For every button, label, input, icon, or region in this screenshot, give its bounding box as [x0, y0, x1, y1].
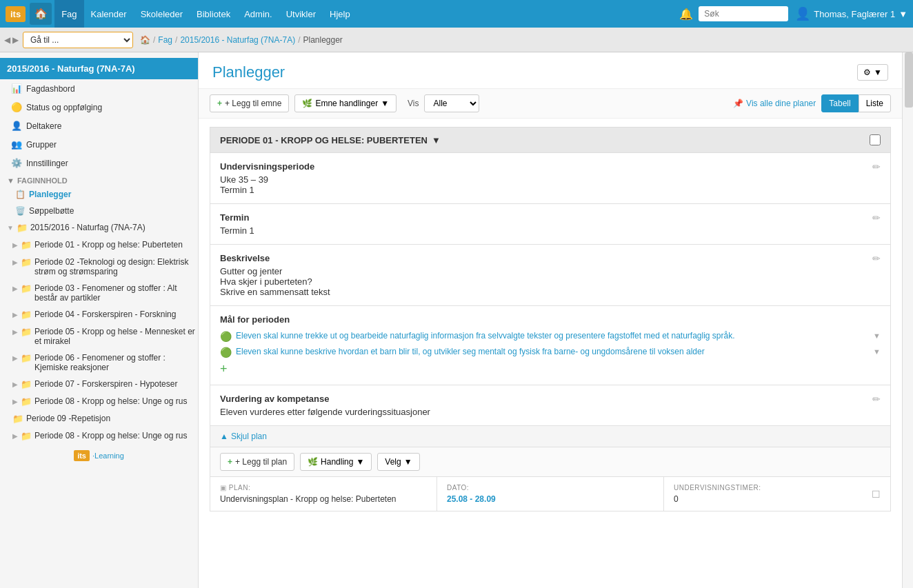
edit-vurdering-icon[interactable]: ✏ — [872, 394, 881, 405]
folder-arrow: ▶ — [12, 354, 18, 362]
nav-hjelp[interactable]: Hjelp — [323, 0, 357, 28]
plan-row-checkbox[interactable]: ☐ — [872, 489, 881, 500]
view-liste-button[interactable]: Liste — [859, 94, 891, 112]
nav-kalender[interactable]: Kalender — [84, 0, 134, 28]
main-layout: 2015/2016 - Naturfag (7NA-7A) 📊 Fagdashb… — [0, 52, 913, 588]
edit-termin-icon[interactable]: ✏ — [872, 212, 881, 223]
termin-content: Termin Termin 1 — [220, 212, 865, 236]
scrollbar-thumb[interactable] — [905, 52, 913, 108]
periode-dropdown-icon: ▼ — [432, 135, 441, 145]
add-emne-button[interactable]: + + Legg til emne — [210, 94, 289, 112]
vurdering-value: Eleven vurderes etter følgende vurdering… — [220, 407, 865, 417]
plan-toolbar: + + Legg til plan 🌿 Handling ▼ Velg ▼ — [210, 447, 891, 477]
goto-select[interactable]: Gå til ... — [23, 32, 133, 48]
termin-value: Termin 1 — [220, 225, 865, 236]
emne-handlinger-button[interactable]: 🌿 Emne handlinger ▼ — [294, 94, 397, 112]
folder-periode01[interactable]: ▶ 📁 Periode 01 - Kropp og helse: Puberte… — [0, 236, 198, 254]
folder-periode08a[interactable]: ▶ 📁 Periode 08 - Kropp og helse: Unge og… — [0, 393, 198, 410]
plan-name[interactable]: Undervisningsplan - Kropp og helse: Pube… — [220, 494, 427, 504]
nav-arrows[interactable]: ◀ ▶ — [4, 35, 19, 45]
sidebar-item-innstillinger[interactable]: ⚙️ Innstillinger — [0, 154, 198, 172]
nav-bibliotek[interactable]: Bibliotek — [190, 0, 237, 28]
notification-bell[interactable]: 🔔 — [679, 8, 693, 21]
folder-arrow: ▶ — [12, 328, 18, 336]
nav-skoleleder[interactable]: Skoleleder — [134, 0, 190, 28]
folder-arrow: ▶ — [12, 241, 18, 249]
handling-button[interactable]: 🌿 Handling ▼ — [300, 453, 372, 471]
periode-header[interactable]: PERIODE 01 - KROPP OG HELSE: PUBERTETEN … — [210, 127, 891, 153]
folder-periode08b[interactable]: ▶ 📁 Periode 08 - Kropp og helse: Unge og… — [0, 427, 198, 445]
periode-checkbox[interactable] — [870, 134, 881, 145]
view-tabell-button[interactable]: Tabell — [821, 94, 858, 112]
trash-icon: 🗑️ — [15, 206, 26, 216]
folder-periode03[interactable]: ▶ 📁 Periode 03 - Fenomener og stoffer : … — [0, 280, 198, 306]
folder-periode06[interactable]: ▶ 📁 Periode 06 - Fenomener og stoffer : … — [0, 349, 198, 376]
emne-handlinger-label: Emne handlinger — [315, 99, 378, 108]
undervisningstimer-content: UNDERVISNINGSTIMER: 0 — [674, 484, 761, 504]
home-button[interactable]: 🏠 — [30, 3, 52, 25]
vurdering-section: Vurdering av kompetanse Eleven vurderes … — [210, 385, 891, 426]
scrollbar[interactable] — [902, 52, 913, 588]
nav-admin[interactable]: Admin. — [237, 0, 279, 28]
edit-undervisningsperiode-icon[interactable]: ✏ — [872, 161, 881, 172]
vis-alle-planer-link[interactable]: 📌 Vis alle dine planer — [733, 99, 816, 108]
nav-utvikler[interactable]: Utvikler — [279, 0, 323, 28]
mal-text-2[interactable]: Eleven skal kunne beskrive hvordan et ba… — [236, 346, 869, 358]
mal-dropdown-icon[interactable]: ▼ — [873, 332, 881, 340]
sidebar-item-deltakere[interactable]: 👤 Deltakere — [0, 116, 198, 135]
periode-title: PERIODE 01 - KROPP OG HELSE: PUBERTETEN … — [220, 135, 441, 145]
folder-icon: 📁 — [21, 431, 32, 441]
folder-periode04[interactable]: ▶ 📁 Periode 04 - Forskerspiren - Forskni… — [0, 306, 198, 323]
undervisningsperiode-uke: Uke 35 – 39 — [220, 174, 865, 185]
its-logo: its — [6, 6, 26, 22]
breadcrumb-fag[interactable]: Fag — [158, 35, 172, 45]
nav-fag[interactable]: Fag — [54, 0, 83, 28]
mal-add-button[interactable]: + — [220, 362, 881, 376]
edit-beskrivelse-icon[interactable]: ✏ — [872, 253, 881, 264]
termin-label: Termin — [220, 212, 865, 223]
leaf-icon: 🌿 — [302, 99, 312, 108]
sidebar-item-status[interactable]: 🟡 Status og oppfølging — [0, 98, 198, 116]
arrow-back-icon[interactable]: ◀ — [4, 35, 10, 45]
mal-label: Mål for perioden — [220, 314, 881, 325]
user-menu[interactable]: 👤 Thomas, Faglærer 1 ▼ — [795, 6, 907, 21]
velg-button[interactable]: Velg ▼ — [377, 453, 419, 471]
breadcrumb-course[interactable]: 2015/2016 - Naturfag (7NA-7A) — [180, 35, 295, 45]
mal-item-1: 🟢 Eleven skal kunne trekke ut og bearbei… — [220, 330, 881, 342]
pin-icon: 📌 — [733, 99, 743, 108]
plan-icon: ▣ — [220, 484, 227, 491]
folder-course[interactable]: ▼ 📁 2015/2016 - Naturfag (7NA-7A) — [0, 219, 198, 236]
folder-icon: 📁 — [21, 353, 32, 363]
add-plan-button[interactable]: + + Legg til plan — [220, 453, 294, 471]
mal-dropdown-icon-2[interactable]: ▼ — [873, 347, 881, 356]
vurdering-content: Vurdering av kompetanse Eleven vurderes … — [220, 394, 865, 417]
sidebar-course-title: 2015/2016 - Naturfag (7NA-7A) — [0, 58, 198, 79]
search-input[interactable] — [699, 6, 788, 21]
sidebar-item-soppelbotte[interactable]: 🗑️ Søppelbøtte — [0, 203, 198, 219]
skjul-plan-button[interactable]: ▲ Skjul plan — [220, 432, 267, 441]
folder-periode02[interactable]: ▶ 📁 Periode 02 -Teknologi og design: Ele… — [0, 254, 198, 280]
folder-icon: 📁 — [12, 414, 23, 424]
settings-button[interactable]: ⚙ ▼ — [857, 64, 888, 81]
status-icon: 🟡 — [11, 102, 22, 112]
folder-periode05[interactable]: ▶ 📁 Periode 05 - Kropp og helse - Mennes… — [0, 323, 198, 349]
sidebar-item-fagdashbord[interactable]: 📊 Fagdashbord — [0, 79, 198, 98]
sidebar-item-grupper[interactable]: 👥 Grupper — [0, 135, 198, 154]
planlegger-icon: 📋 — [15, 190, 26, 199]
beskrivelse-section: Beskrivelse Gutter og jenter Hva skjer i… — [210, 245, 891, 306]
folder-periode09[interactable]: 📁 Periode 09 -Repetisjon — [0, 410, 198, 427]
plan-col-date: DATO: 25.08 - 28.09 — [437, 477, 664, 511]
undervisningsperiode-content: Undervisningsperiode Uke 35 – 39 Termin … — [220, 161, 865, 195]
dato-label: DATO: — [447, 484, 654, 491]
vurdering-label: Vurdering av kompetanse — [220, 394, 865, 404]
folder-arrow: ▶ — [12, 398, 18, 405]
arrow-forward-icon[interactable]: ▶ — [12, 35, 19, 45]
folder-periode07[interactable]: ▶ 📁 Periode 07 - Forskerspiren - Hypotes… — [0, 376, 198, 393]
vis-select[interactable]: Alle — [424, 94, 479, 112]
mal-text-1[interactable]: Eleven skal kunne trekke ut og bearbeide… — [236, 330, 869, 342]
dropdown-icon: ▼ — [404, 457, 412, 467]
participants-icon: 👤 — [11, 121, 22, 131]
page-header: Planlegger ⚙ ▼ — [199, 52, 902, 89]
sidebar-label: Deltakere — [26, 121, 61, 131]
sidebar-item-planlegger[interactable]: 📋 Planlegger — [0, 186, 198, 203]
